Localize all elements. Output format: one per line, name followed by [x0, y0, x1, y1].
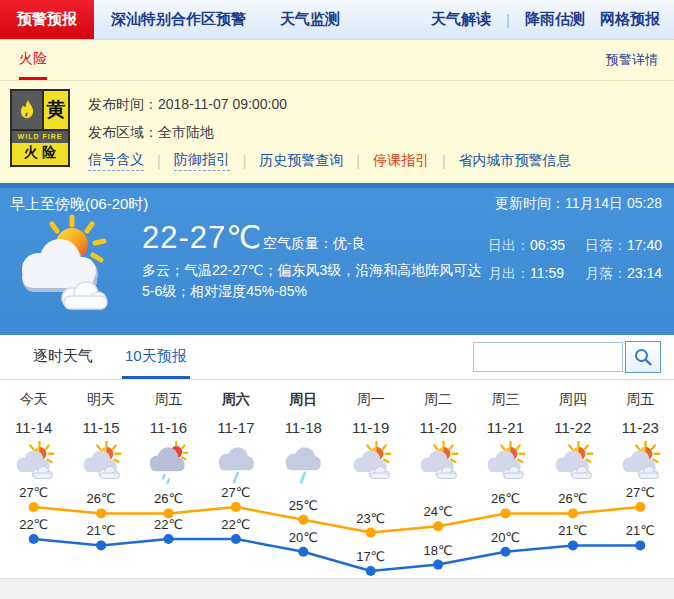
temperature-range: 22-27℃ — [142, 219, 262, 256]
day-name: 周六 — [202, 391, 269, 409]
nav-tab-2[interactable]: 天气监测 — [263, 0, 357, 39]
warning-link[interactable]: 停课指引 — [373, 152, 429, 170]
separator: | — [243, 153, 247, 169]
temp-point — [298, 515, 308, 525]
nav-link[interactable]: 网格预报 — [600, 10, 660, 29]
temp-label: 26℃ — [558, 491, 587, 506]
sun-moon-item: 月落：23:14 — [585, 265, 662, 283]
tab-hourly[interactable]: 逐时天气 — [30, 347, 96, 379]
warning-link[interactable]: 信号含义 — [88, 151, 144, 171]
warning-link[interactable]: 历史预警查询 — [259, 152, 343, 170]
forecast-day-11-15[interactable]: 明天 11-15 — [67, 380, 134, 488]
forecast-day-11-21[interactable]: 周三 11-21 — [472, 380, 539, 488]
air-quality-value: 优-良 — [333, 235, 366, 251]
temp-point — [29, 502, 39, 512]
day-date: 11-15 — [67, 419, 134, 436]
forecast-day-11-19[interactable]: 周一 11-19 — [337, 380, 404, 488]
ten-day-forecast: 今天 11-14 明天 11-15 周五 11-16 周六 11-17 周日 1… — [0, 380, 674, 578]
temp-label: 21℃ — [626, 523, 655, 538]
weather-description: 多云；气温22-27℃；偏东风3级，沿海和高地阵风可达5-6级；相对湿度45%-… — [142, 260, 482, 302]
day-date: 11-23 — [607, 419, 674, 436]
forecast-tabbar: 逐时天气10天预报 — [0, 335, 674, 380]
temp-label: 22℃ — [221, 517, 250, 532]
day-date: 11-16 — [135, 419, 202, 436]
temp-point — [366, 566, 376, 576]
temp-point — [635, 540, 645, 550]
warning-link[interactable]: 防御指引 — [174, 151, 230, 171]
temp-point — [96, 540, 106, 550]
air-quality: 空气质量：优-良 — [263, 235, 366, 253]
nav-right-links: 天气解读|降雨估测网格预报 — [431, 0, 674, 39]
forecast-tabs: 逐时天气10天预报 — [0, 347, 190, 379]
nav-link[interactable]: 降雨估测 — [525, 10, 585, 29]
temp-point — [433, 560, 443, 570]
temp-point — [96, 508, 106, 518]
sun-moon-item: 日落：17:40 — [585, 237, 662, 255]
nav-tabs: 预警预报深汕特别合作区预警天气监测 — [0, 0, 357, 39]
forecast-day-11-22[interactable]: 周四 11-22 — [539, 380, 606, 488]
sun-moon-times: 日出：06:35日落：17:40月出：11:59月落：23:14 — [488, 237, 662, 283]
current-weather-panel: 早上至傍晚(06-20时) 更新时间：11月14日 05:28 22-27℃ 空… — [0, 183, 674, 335]
day-name: 周日 — [270, 391, 337, 409]
temp-point — [635, 502, 645, 512]
panel-top-strip — [0, 183, 674, 188]
temp-point — [568, 540, 578, 550]
day-columns: 今天 11-14 明天 11-15 周五 11-16 周六 11-17 周日 1… — [0, 380, 674, 488]
temp-point — [366, 528, 376, 538]
day-name: 明天 — [67, 391, 134, 409]
partly-cloudy-icon — [10, 213, 120, 323]
sun-moon-label: 月出： — [488, 265, 530, 281]
temp-label: 17℃ — [356, 549, 385, 564]
separator: | — [157, 153, 161, 169]
warning-row-label: 发布时间： — [88, 96, 158, 112]
forecast-day-11-18[interactable]: 周日 11-18 — [270, 380, 337, 488]
day-name: 周二 — [404, 391, 471, 409]
day-date: 11-18 — [270, 419, 337, 436]
temp-label: 20℃ — [491, 530, 520, 545]
nav-tab-1[interactable]: 深汕特别合作区预警 — [94, 0, 263, 39]
forecast-day-11-20[interactable]: 周二 11-20 — [404, 380, 471, 488]
temp-point — [501, 508, 511, 518]
temp-label: 22℃ — [19, 517, 48, 532]
sun-moon-label: 日出： — [488, 237, 530, 253]
warning-row-value: 2018-11-07 09:00:00 — [158, 96, 287, 112]
top-nav: 预警预报深汕特别合作区预警天气监测 天气解读|降雨估测网格预报 — [0, 0, 674, 40]
search-input[interactable] — [473, 342, 623, 372]
weather-app: 预警预报深汕特别合作区预警天气监测 天气解读|降雨估测网格预报 火险 预警详情 … — [0, 0, 674, 599]
temp-label: 21℃ — [87, 523, 116, 538]
sun-moon-label: 日落： — [585, 237, 627, 253]
day-date: 11-17 — [202, 419, 269, 436]
sun-moon-label: 月落： — [585, 265, 627, 281]
temp-point — [568, 508, 578, 518]
temperature-chart: 27℃26℃26℃27℃25℃23℃24℃26℃26℃27℃22℃21℃22℃2… — [0, 473, 674, 577]
forecast-day-11-16[interactable]: 周五 11-16 — [135, 380, 202, 488]
sun-moon-value: 17:40 — [627, 237, 662, 253]
warning-info-rows: 发布时间：2018-11-07 09:00:00发布区域：全市陆地 — [88, 90, 287, 146]
tab-fire-risk[interactable]: 火险 — [19, 40, 47, 80]
warning-section: 黄 WILD FIRE 火 险 发布时间：2018-11-07 09:00:00… — [0, 81, 674, 183]
search-button[interactable] — [625, 341, 661, 373]
day-name: 周一 — [337, 391, 404, 409]
temp-point — [298, 547, 308, 557]
sub-nav: 火险 预警详情 — [0, 40, 674, 81]
tab-ten-day[interactable]: 10天预报 — [122, 347, 190, 379]
day-name: 周五 — [135, 391, 202, 409]
sun-moon-item: 月出：11:59 — [488, 265, 565, 283]
temp-line — [34, 539, 641, 571]
temp-label: 26℃ — [154, 491, 183, 506]
temp-point — [433, 521, 443, 531]
day-date: 11-14 — [0, 419, 67, 436]
separator: | — [356, 153, 360, 169]
nav-link[interactable]: 天气解读 — [431, 10, 491, 29]
forecast-day-11-23[interactable]: 周五 11-23 — [607, 380, 674, 488]
warning-row: 发布时间：2018-11-07 09:00:00 — [88, 90, 287, 118]
day-date: 11-20 — [404, 419, 471, 436]
forecast-day-11-17[interactable]: 周六 11-17 — [202, 380, 269, 488]
warning-detail-link[interactable]: 预警详情 — [606, 51, 658, 69]
nav-tab-0[interactable]: 预警预报 — [0, 0, 94, 39]
warning-link[interactable]: 省内城市预警信息 — [459, 152, 571, 170]
forecast-day-11-14[interactable]: 今天 11-14 — [0, 380, 67, 488]
forecast-period: 早上至傍晚(06-20时) — [10, 195, 148, 214]
temp-label: 26℃ — [491, 491, 520, 506]
temp-label: 27℃ — [221, 485, 250, 500]
